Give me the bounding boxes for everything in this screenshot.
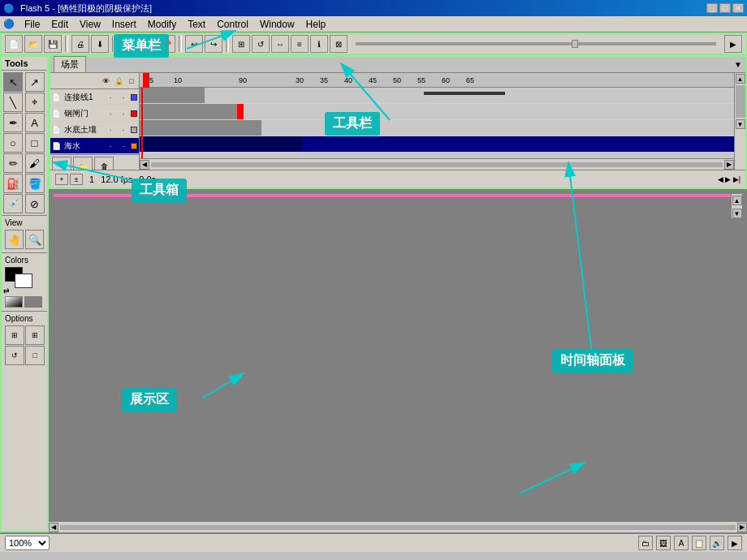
add-folder-button[interactable]: 📁 bbox=[73, 157, 93, 170]
menu-text[interactable]: Text bbox=[183, 17, 210, 32]
rect-tool[interactable]: □ bbox=[25, 133, 45, 153]
line-tool[interactable]: ╲ bbox=[3, 93, 23, 112]
close-button[interactable]: × bbox=[732, 3, 744, 13]
option-btn-1[interactable]: ⊞ bbox=[5, 325, 24, 345]
status-icon-1[interactable]: 🗀 bbox=[638, 536, 653, 550]
text-tool[interactable]: A bbox=[25, 113, 45, 132]
copy-button[interactable]: 📋 bbox=[138, 35, 156, 53]
brush-tool[interactable]: 🖌 bbox=[25, 153, 45, 173]
status-icon-3[interactable]: A bbox=[674, 536, 689, 550]
paint-tool[interactable]: 🪣 bbox=[25, 174, 45, 193]
playhead-indicator[interactable] bbox=[143, 73, 149, 88]
scroll-track[interactable] bbox=[151, 162, 723, 167]
add-layer-button[interactable]: + bbox=[52, 157, 71, 170]
inkbottle-tool[interactable]: ⛽ bbox=[3, 174, 23, 193]
layer-vis-2[interactable]: · bbox=[105, 124, 116, 136]
print-button[interactable]: 🖨 bbox=[71, 35, 89, 53]
pen-tool[interactable]: ✒ bbox=[3, 113, 23, 132]
swap-colors-icon[interactable]: ⇄ bbox=[3, 286, 10, 295]
hand-tool[interactable]: 🤚 bbox=[5, 230, 24, 249]
stage-hscroll-left[interactable]: ◀ bbox=[49, 523, 58, 532]
cut-button[interactable]: ✂ bbox=[119, 35, 136, 53]
dupe-scene-btn[interactable]: ± bbox=[70, 174, 83, 185]
paste-button[interactable]: 📌 bbox=[158, 35, 175, 53]
timeline-vscroll[interactable]: ▲ ▼ bbox=[734, 73, 745, 170]
info-button[interactable]: ℹ bbox=[310, 35, 328, 53]
layer-vis-3[interactable]: · bbox=[105, 140, 116, 152]
eyedrop-tool[interactable]: 💉 bbox=[3, 194, 23, 213]
import-button[interactable]: ⬇ bbox=[91, 35, 109, 53]
vscroll-thumb[interactable] bbox=[736, 85, 745, 118]
stage-hscroll-track[interactable] bbox=[60, 525, 736, 530]
layer-row-2[interactable]: 📄 水底土壤 · · bbox=[50, 122, 139, 138]
fill-color-swatch[interactable] bbox=[15, 274, 32, 288]
stage-hscroll[interactable]: ◀ ▶ bbox=[49, 521, 747, 532]
layer-row-0[interactable]: 📄 连接线1 · · bbox=[50, 89, 139, 106]
option-btn-2[interactable]: ⊞ bbox=[25, 325, 45, 345]
layer-vis-1[interactable]: · bbox=[105, 108, 116, 119]
rotate-button[interactable]: ↺ bbox=[252, 35, 270, 53]
menu-control[interactable]: Control bbox=[212, 17, 253, 32]
timeline-hscroll[interactable]: ◀ ▶ bbox=[140, 158, 734, 170]
undo-button[interactable]: ↩ bbox=[185, 35, 203, 53]
layer-column-header: 👁 🔒 □ bbox=[50, 73, 139, 89]
layer-lock-1[interactable]: · bbox=[118, 108, 129, 119]
play-button[interactable]: ▶ bbox=[724, 35, 742, 53]
pencil-tool[interactable]: ✏ bbox=[3, 153, 23, 173]
scene-tab[interactable]: 场景 bbox=[54, 56, 86, 73]
option-btn-3[interactable]: ↺ bbox=[5, 346, 24, 365]
vscroll-down-btn[interactable]: ▼ bbox=[736, 119, 745, 129]
menu-modify[interactable]: Modify bbox=[143, 17, 181, 32]
layer-color-3 bbox=[131, 143, 137, 149]
window-controls[interactable]: _ □ × bbox=[706, 3, 744, 13]
timeline-footer-controls[interactable]: ◀ ▶ ▶| bbox=[718, 175, 741, 183]
scale-button[interactable]: ↔ bbox=[271, 35, 289, 53]
align-button[interactable]: ≡ bbox=[291, 35, 309, 53]
stage-vscroll-up[interactable]: ▲ bbox=[732, 196, 742, 205]
lasso-tool[interactable]: ⌖ bbox=[25, 93, 45, 112]
stage-vscroll[interactable]: ▲ ▼ bbox=[731, 194, 742, 218]
vscroll-up-btn[interactable]: ▲ bbox=[736, 74, 745, 84]
status-icon-5[interactable]: 🔊 bbox=[710, 536, 724, 550]
scroll-right-btn[interactable]: ▶ bbox=[724, 160, 734, 170]
transform-button[interactable]: ⊠ bbox=[330, 35, 348, 53]
minimize-button[interactable]: _ bbox=[706, 3, 718, 13]
option-btn-4[interactable]: □ bbox=[25, 346, 45, 365]
select-tool[interactable]: ↖ bbox=[3, 72, 23, 92]
layer-row-3[interactable]: 📄 海水 · · bbox=[50, 138, 139, 154]
status-icon-6[interactable]: ▶ bbox=[728, 536, 742, 550]
layer-row-1[interactable]: 📄 钢闸门 · · bbox=[50, 106, 139, 122]
status-icon-4[interactable]: 📋 bbox=[692, 536, 706, 550]
stage-hscroll-right[interactable]: ▶ bbox=[737, 523, 747, 532]
default-color-button[interactable] bbox=[24, 296, 42, 308]
menu-edit[interactable]: Edit bbox=[46, 17, 73, 32]
zoom-select[interactable]: 100% 50% 200% Show All bbox=[5, 536, 50, 550]
oval-tool[interactable]: ○ bbox=[3, 133, 23, 153]
menu-file[interactable]: File bbox=[19, 17, 45, 32]
zoom-tool[interactable]: 🔍 bbox=[25, 230, 44, 249]
save-button[interactable]: 💾 bbox=[44, 35, 62, 53]
delete-layer-button[interactable]: 🗑 bbox=[94, 157, 114, 170]
layer-vis-0[interactable]: · bbox=[105, 92, 116, 103]
snap-button[interactable]: ⊞ bbox=[232, 35, 250, 53]
subselect-tool[interactable]: ↗ bbox=[25, 72, 45, 92]
layer-lock-0[interactable]: · bbox=[118, 92, 129, 103]
layer-lock-2[interactable]: · bbox=[118, 124, 129, 136]
timeline-slider[interactable] bbox=[356, 42, 716, 45]
add-scene-btn[interactable]: + bbox=[55, 174, 68, 185]
new-button[interactable]: 📄 bbox=[5, 35, 23, 53]
timeline-menu-btn[interactable]: ▼ bbox=[734, 60, 742, 69]
menu-view[interactable]: View bbox=[75, 17, 106, 32]
no-color-button[interactable] bbox=[5, 296, 23, 308]
redo-button[interactable]: ↪ bbox=[205, 35, 222, 53]
menu-help[interactable]: Help bbox=[301, 17, 331, 32]
scroll-left-btn[interactable]: ◀ bbox=[140, 160, 149, 170]
menu-insert[interactable]: Insert bbox=[107, 17, 141, 32]
status-icon-2[interactable]: 🖼 bbox=[656, 536, 671, 550]
open-button[interactable]: 📂 bbox=[24, 35, 42, 53]
layer-lock-3[interactable]: · bbox=[118, 140, 129, 152]
stage-vscroll-down[interactable]: ▼ bbox=[732, 209, 742, 218]
eraser-tool[interactable]: ⊘ bbox=[25, 194, 45, 213]
menu-window[interactable]: Window bbox=[255, 17, 300, 32]
maximize-button[interactable]: □ bbox=[719, 3, 731, 13]
